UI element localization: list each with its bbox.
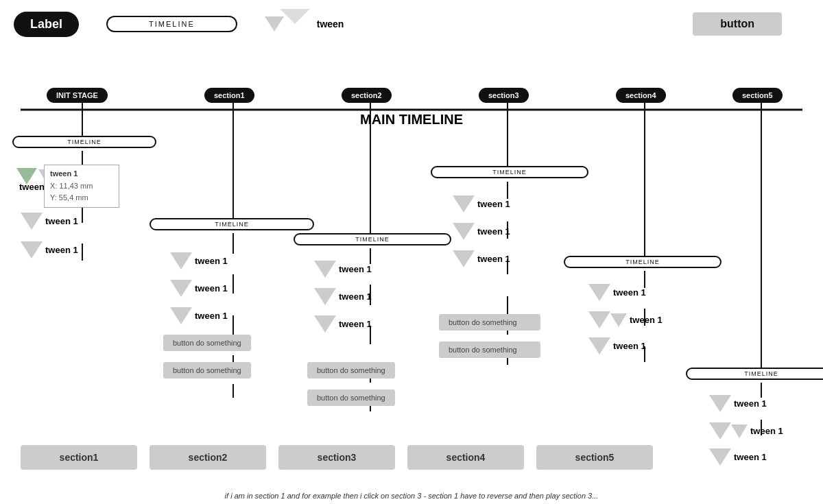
s4-tween1-b-label: tween 1: [630, 315, 663, 325]
s3-tween1-b-label: tween 1: [477, 226, 510, 237]
s5-tween1-b-tri-a: [709, 422, 731, 440]
legend-tween-label: tween: [317, 19, 344, 29]
diagram-lines: [0, 48, 823, 446]
bottom-section3-btn[interactable]: section3: [278, 445, 395, 470]
main-timeline-label: MAIN TIMELINE: [0, 112, 823, 128]
s1-tween1-b-tri: [170, 280, 192, 297]
init-timeline-pill: TIMELINE: [12, 136, 156, 148]
bottom-note: if i am in section 1 and for example the…: [0, 492, 823, 500]
s3-tween1-c-label: tween 1: [477, 254, 510, 264]
s3-button2[interactable]: button do something: [439, 341, 540, 358]
init-tween1-b-tri: [21, 213, 43, 230]
s3-tween1-c-tri: [453, 250, 475, 267]
init-tween1-b-label: tween 1: [45, 216, 78, 226]
bottom-section4-btn[interactable]: section4: [407, 445, 524, 470]
tooltip-x: X: 11,43 mm: [50, 180, 113, 193]
tooltip-title: tween 1: [50, 168, 113, 180]
s1-tween1-b-label: tween 1: [195, 283, 228, 293]
s2-tween1-a-label: tween 1: [339, 264, 372, 274]
s2-button1[interactable]: button do something: [307, 362, 395, 379]
legend-label: Label: [14, 12, 79, 37]
s2-tween1-b-tri: [314, 288, 336, 305]
diagram-area: MAIN TIMELINE INIT STAGE section1 sectio…: [0, 48, 823, 446]
init-tween1-c-tri: [21, 241, 43, 259]
s4-tween1-c-label: tween 1: [613, 341, 646, 351]
s3-tween1-a[interactable]: tween 1: [453, 195, 510, 213]
s3-tween1-b-tri: [453, 223, 475, 240]
s4-timeline-pill: TIMELINE: [564, 256, 721, 268]
s2-tween1-c-label: tween 1: [339, 319, 372, 329]
s4-tween1-c-tri: [588, 337, 610, 355]
s2-tween1-c[interactable]: tween 1: [314, 315, 372, 333]
init-tween1-tooltip: tween 1 X: 11,43 mm Y: 55,4 mm: [44, 165, 119, 208]
s4-tween1-b[interactable]: tween 1: [588, 311, 663, 328]
s5-tween1-b-label: tween 1: [750, 426, 783, 436]
s1-tween1-b[interactable]: tween 1: [170, 280, 228, 297]
s4-tween1-b-tri-a: [588, 311, 610, 328]
init-tween1-tooltip-group: tween 1 X: 11,43 mm Y: 55,4 mm × tween 1: [16, 168, 55, 197]
bottom-section2-btn[interactable]: section2: [150, 445, 266, 470]
s3-button1[interactable]: button do something: [439, 314, 540, 331]
init-tween1-b[interactable]: tween 1: [21, 213, 78, 230]
bottom-section5-btn[interactable]: section5: [536, 445, 653, 470]
s1-button2[interactable]: button do something: [163, 362, 251, 379]
s1-tween1-a-tri: [170, 252, 192, 269]
s3-tween1-c[interactable]: tween 1: [453, 250, 510, 267]
legend-timeline: TIMELINE: [106, 16, 237, 32]
s2-tween1-b[interactable]: tween 1: [314, 288, 372, 305]
legend-tween-icons: [265, 9, 310, 39]
s4-tween1-a-tri: [588, 284, 610, 301]
s4-tween1-c[interactable]: tween 1: [588, 337, 646, 355]
s2-tween1-b-label: tween 1: [339, 291, 372, 302]
s2-tween1-a[interactable]: tween 1: [314, 261, 372, 278]
s5-tween1-a[interactable]: tween 1: [709, 395, 767, 412]
s1-tween1-a-label: tween 1: [195, 256, 228, 266]
s3-tween1-b[interactable]: tween 1: [453, 223, 510, 240]
s1-tween1-c[interactable]: tween 1: [170, 307, 228, 324]
s4-tween1-a[interactable]: tween 1: [588, 284, 646, 301]
stage-s5[interactable]: section5: [732, 88, 783, 103]
legend-tween: tween: [265, 9, 344, 39]
tween-tri-2: [280, 9, 310, 39]
s4-tween1-a-label: tween 1: [613, 287, 646, 298]
s2-tween1-a-tri: [314, 261, 336, 278]
s3-timeline-pill: TIMELINE: [431, 166, 588, 178]
tooltip-y: Y: 55,4 mm: [50, 192, 113, 204]
s3-tween1-a-tri: [453, 195, 475, 213]
s2-timeline-pill: TIMELINE: [294, 233, 451, 245]
s1-tween1-c-label: tween 1: [195, 311, 228, 321]
bottom-section1-btn[interactable]: section1: [21, 445, 137, 470]
s1-timeline-pill: TIMELINE: [150, 218, 314, 230]
stage-s2[interactable]: section2: [342, 88, 392, 103]
s1-tween1-c-tri: [170, 307, 192, 324]
init-tween1-c[interactable]: tween 1: [21, 241, 78, 259]
bottom-sections-row: section1 section2 section3 section4 sect…: [0, 445, 823, 470]
s1-button1[interactable]: button do something: [163, 335, 251, 351]
s5-tween1-a-tri: [709, 395, 731, 412]
s2-tween1-c-tri: [314, 315, 336, 333]
s5-tween1-b[interactable]: tween 1: [709, 422, 783, 440]
legend-button[interactable]: button: [693, 12, 782, 36]
stage-init[interactable]: INIT STAGE: [47, 88, 108, 103]
s3-tween1-a-label: tween 1: [477, 199, 510, 209]
stage-s4[interactable]: section4: [616, 88, 666, 103]
s5-tween1-a-label: tween 1: [734, 398, 767, 409]
s5-tween1-b-tri-b: [731, 424, 748, 438]
s5-timeline-pill: TIMELINE: [686, 368, 823, 380]
s4-tween1-b-tri-b: [610, 313, 627, 327]
stage-s1[interactable]: section1: [204, 88, 254, 103]
s1-tween1-a[interactable]: tween 1: [170, 252, 228, 269]
s2-button2[interactable]: button do something: [307, 389, 395, 406]
init-tween1-c-label: tween 1: [45, 245, 78, 255]
stage-s3[interactable]: section3: [479, 88, 529, 103]
